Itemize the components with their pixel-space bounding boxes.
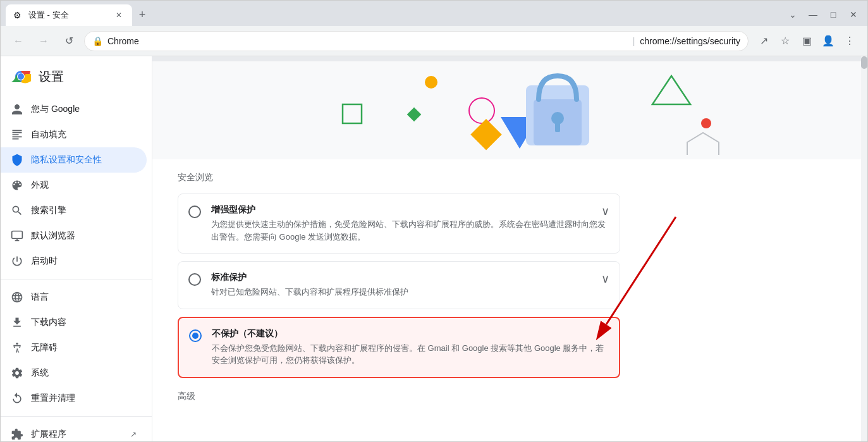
svg-rect-4 <box>12 231 23 239</box>
active-tab[interactable]: ⚙ 设置 - 安全 ✕ <box>6 4 132 26</box>
reload-button[interactable]: ↺ <box>59 31 79 51</box>
advanced-title: 高级 <box>178 391 620 402</box>
hero-illustration <box>286 66 728 155</box>
back-button[interactable]: ← <box>8 31 28 51</box>
content-inner: 安全浏览 增强型保护 为您提供更快速主动的保护措施，免受危险网站、下载内容和扩展… <box>152 159 645 415</box>
profile-icon[interactable]: 👤 <box>818 31 838 51</box>
sidebar-item-accessibility[interactable]: 无障碍 <box>1 335 147 360</box>
radio-standard[interactable] <box>188 273 201 286</box>
sidebar-bottom-section: 语言 下载内容 无障碍 <box>1 285 152 411</box>
chevron-down-standard-icon[interactable]: ∨ <box>601 272 609 286</box>
sidebar-label-privacy: 隐私设置和安全性 <box>31 154 102 166</box>
section-title: 安全浏览 <box>178 172 620 183</box>
extension-icon[interactable]: ▣ <box>797 31 817 51</box>
hero-section <box>152 61 861 159</box>
radio-enhanced[interactable] <box>188 206 201 218</box>
chevron-down-icon[interactable]: ⌄ <box>784 6 802 23</box>
sidebar-divider <box>1 279 152 279</box>
svg-marker-18 <box>687 133 719 155</box>
sidebar-label-startup: 启动时 <box>31 255 58 267</box>
sidebar-label-system: 系统 <box>31 367 49 379</box>
reset-icon <box>11 392 23 405</box>
svg-point-9 <box>469 98 494 123</box>
chevron-down-enhanced-icon[interactable]: ∨ <box>601 204 609 218</box>
share-icon[interactable]: ↗ <box>754 31 774 51</box>
svg-marker-16 <box>652 76 690 104</box>
sidebar-item-reset[interactable]: 重置并清理 <box>1 386 147 411</box>
svg-rect-8 <box>343 104 362 123</box>
sidebar-label-you-google: 您与 Google <box>31 104 80 115</box>
option-standard[interactable]: 标准保护 针对已知危险网站、下载内容和扩展程序提供标准保护 ∨ <box>178 261 620 309</box>
svg-point-17 <box>701 118 711 128</box>
person-icon <box>11 103 23 116</box>
main-area: 设置 您与 Google 自动填充 <box>1 56 867 441</box>
browser-icon <box>11 230 23 242</box>
extension-gear-icon <box>11 428 23 441</box>
forward-button[interactable]: → <box>34 31 54 51</box>
option-enhanced-desc: 为您提供更快速主动的保护措施，免受危险网站、下载内容和扩展程序的威胁。系统会在密… <box>211 218 609 243</box>
autofill-icon <box>11 128 23 141</box>
sidebar-item-language[interactable]: 语言 <box>1 285 147 310</box>
option-standard-desc: 针对已知危险网站、下载内容和扩展程序提供标准保护 <box>211 286 609 298</box>
settings-icon <box>11 367 23 379</box>
menu-icon[interactable]: ⋮ <box>840 31 860 51</box>
close-button[interactable]: ✕ <box>845 6 862 23</box>
scrollbar-thumb[interactable] <box>861 56 867 69</box>
tab-close-button[interactable]: ✕ <box>113 9 125 21</box>
language-icon <box>11 291 23 304</box>
search-engine-icon <box>11 204 23 217</box>
option-enhanced-content: 增强型保护 为您提供更快速主动的保护措施，免受危险网站、下载内容和扩展程序的威胁… <box>211 204 609 243</box>
sidebar-item-default-browser[interactable]: 默认浏览器 <box>1 223 147 249</box>
sidebar: 设置 您与 Google 自动填充 <box>1 56 152 441</box>
power-icon <box>11 255 23 267</box>
option-enhanced-title: 增强型保护 <box>211 204 609 216</box>
scrollbar-track[interactable] <box>861 56 867 441</box>
download-icon <box>11 316 23 329</box>
new-tab-button[interactable]: + <box>133 6 151 23</box>
nav-bar: ← → ↺ 🔒 Chrome | chrome://settings/secur… <box>1 26 867 56</box>
address-separator: | <box>633 36 635 46</box>
address-bar[interactable]: 🔒 Chrome | chrome://settings/security <box>84 31 749 51</box>
minimize-button[interactable]: — <box>804 6 822 23</box>
sidebar-item-privacy[interactable]: 隐私设置和安全性 <box>1 147 147 173</box>
sidebar-item-extensions[interactable]: 扩展程序 ↗ <box>1 422 147 441</box>
address-url: chrome://settings/security <box>640 36 740 46</box>
sidebar-label-reset: 重置并清理 <box>31 393 75 404</box>
option-no-protection-content: 不保护（不建议） 不会保护您免受危险网站、下载内容和扩展程序的侵害。在 Gmai… <box>212 328 609 367</box>
sidebar-item-downloads[interactable]: 下载内容 <box>1 310 147 335</box>
sidebar-label-downloads: 下载内容 <box>31 317 66 328</box>
window-controls: ⌄ — □ ✕ <box>784 6 862 26</box>
content-scroll-wrapper: 安全浏览 增强型保护 为您提供更快速主动的保护措施，免受危险网站、下载内容和扩展… <box>152 56 867 441</box>
palette-icon <box>11 179 23 192</box>
address-chrome-label: Chrome <box>107 36 628 46</box>
nav-actions: ↗ ☆ ▣ 👤 ⋮ <box>754 31 860 51</box>
sidebar-item-startup[interactable]: 启动时 <box>1 249 147 274</box>
sidebar-item-appearance[interactable]: 外观 <box>1 173 147 198</box>
tab-bar: ⚙ 设置 - 安全 ✕ + ⌄ — □ ✕ <box>1 1 867 26</box>
shield-icon <box>11 154 23 166</box>
external-link-icon: ↗ <box>130 430 137 439</box>
option-enhanced[interactable]: 增强型保护 为您提供更快速主动的保护措施，免受危险网站、下载内容和扩展程序的威胁… <box>178 193 620 254</box>
option-standard-title: 标准保护 <box>211 272 609 283</box>
maximize-button[interactable]: □ <box>824 6 842 23</box>
sidebar-header: 设置 <box>1 61 152 97</box>
svg-rect-15 <box>555 122 560 132</box>
svg-rect-10 <box>470 118 501 149</box>
option-standard-content: 标准保护 针对已知危险网站、下载内容和扩展程序提供标准保护 <box>211 272 609 298</box>
radio-no-protection[interactable] <box>189 329 202 342</box>
address-favicon: 🔒 <box>92 36 102 46</box>
sidebar-divider-2 <box>1 416 152 417</box>
sidebar-item-autofill[interactable]: 自动填充 <box>1 122 147 147</box>
sidebar-item-you-google[interactable]: 您与 Google <box>1 97 147 122</box>
tab-title: 设置 - 安全 <box>28 9 108 21</box>
sidebar-label-accessibility: 无障碍 <box>31 342 58 353</box>
chrome-logo-icon <box>11 66 31 87</box>
safe-browsing-section: 安全浏览 增强型保护 为您提供更快速主动的保护措施，免受危险网站、下载内容和扩展… <box>178 172 620 378</box>
sidebar-item-system[interactable]: 系统 <box>1 360 147 386</box>
sidebar-main-section: 您与 Google 自动填充 隐私设置和安全性 <box>1 97 152 274</box>
sidebar-item-search[interactable]: 搜索引擎 <box>1 198 147 223</box>
content-area: 安全浏览 增强型保护 为您提供更快速主动的保护措施，免受危险网站、下载内容和扩展… <box>152 56 861 441</box>
bookmark-icon[interactable]: ☆ <box>775 31 795 51</box>
sidebar-label-appearance: 外观 <box>31 180 49 191</box>
option-no-protection[interactable]: 不保护（不建议） 不会保护您免受危险网站、下载内容和扩展程序的侵害。在 Gmai… <box>178 317 620 378</box>
